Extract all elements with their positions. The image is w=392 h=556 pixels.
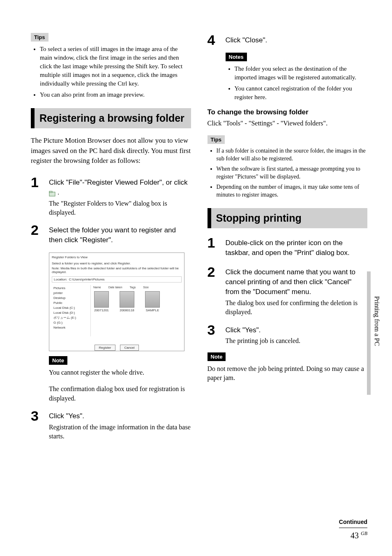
location-label: Location: (54, 278, 67, 281)
tip-item: To select a series of still images in th… (40, 45, 191, 88)
tree-item: Pictures (53, 286, 89, 291)
register-button: Register (95, 345, 116, 351)
location-path: C:\Users\printer\Pictures (69, 278, 104, 281)
notes-label: Notes (226, 53, 247, 61)
col-header: Size (143, 286, 149, 289)
step-action: Select the folder you want to register a… (49, 225, 191, 245)
step-action-text-b: . (58, 188, 60, 196)
step-number: 1 (31, 175, 49, 189)
step-action-text-a: Click "File"-"Register Viewed Folder", o… (49, 178, 187, 186)
tree-item: Public (53, 301, 89, 306)
step-action: Double-click on the printer icon on the … (226, 238, 368, 258)
dialog-title: Register Folders to View (52, 255, 182, 259)
footer-rule (339, 528, 367, 528)
tree-item: G (G:) (53, 320, 89, 325)
note-label: Note (208, 352, 226, 361)
step-4: 4 Click "Close". (208, 33, 368, 47)
register-viewed-folder-icon (49, 190, 55, 195)
step-action: Click "Yes". (226, 325, 368, 335)
page-number: 43 GB (339, 531, 367, 540)
folder-tree: Pictures printer Desktop Public Local Di… (52, 285, 91, 336)
col-header: Date taken (108, 286, 122, 289)
side-tab-label: Printing from a PC (373, 296, 380, 346)
tree-item: Desktop (53, 296, 89, 301)
stop-step-2: 2 Click the document name that you want … (208, 265, 368, 317)
notes-list: The folder you select as the destination… (226, 65, 368, 102)
svg-rect-1 (49, 191, 52, 192)
tree-item: printer (53, 291, 89, 296)
step-number: 3 (208, 323, 226, 337)
subheading-change-folder: To change the browsing folder (208, 108, 368, 116)
step-number: 1 (208, 236, 226, 250)
section-heading-register: Registering a browsing folder (31, 108, 191, 128)
step-number: 2 (208, 265, 226, 279)
tree-item: ボリューム (E:) (53, 315, 89, 320)
tip-item: When the software is first started, a me… (217, 165, 368, 181)
thumb-item: 20080118 (119, 291, 135, 312)
step-1: 1 Click "File"-"Register Viewed Folder",… (31, 175, 191, 217)
step-action: Click the document name that you want to… (226, 267, 368, 297)
step-number: 3 (31, 409, 49, 423)
section-heading-stopping: Stopping printing (208, 208, 368, 228)
tree-item: Local Disk (C:) (53, 306, 89, 310)
step-number: 2 (31, 223, 49, 237)
note-text: Do not remove the job being printed. Doi… (208, 364, 368, 383)
tips-list-right: If a sub folder is contained in the sour… (208, 147, 368, 199)
intro-paragraph: The Picture Motion Browser does not allo… (31, 136, 191, 166)
step-action: Click "Close". (226, 35, 368, 45)
step-number: 4 (208, 33, 226, 47)
note-text: You cannot register the whole drive. (49, 368, 191, 377)
continued-label: Continued (339, 519, 367, 525)
thumb-item: 20071201 (93, 291, 110, 312)
col-header: Tags (130, 286, 136, 289)
thumb-item: SAMPLE (144, 291, 161, 312)
tip-item: Depending on the number of images, it ma… (217, 183, 368, 199)
page-footer: Continued 43 GB (339, 519, 367, 540)
tip-item: You can also print from an image preview… (40, 90, 191, 99)
stop-step-3: 3 Click "Yes". The printing job is cance… (208, 323, 368, 346)
tree-item: Local Disk (D:) (53, 310, 89, 315)
stop-step-1: 1 Double-click on the printer icon on th… (208, 236, 368, 259)
side-tab-bar (367, 271, 371, 395)
page-region: GB (361, 531, 367, 536)
step-action: Click "File"-"Register Viewed Folder", o… (49, 178, 191, 197)
tips-label: Tips (208, 135, 225, 144)
step-3: 3 Click "Yes". Registration of the image… (31, 409, 191, 441)
step-description: Registration of the image information in… (49, 423, 191, 441)
register-folders-dialog-screenshot: Register Folders to View Select a folder… (49, 253, 184, 351)
dialog-instruction: Select a folder you want to register, an… (52, 262, 182, 265)
note-item: The folder you select as the destination… (235, 65, 368, 82)
tip-item: If a sub folder is contained in the sour… (217, 147, 368, 163)
tree-item: Network (53, 325, 89, 330)
step-2: 2 Select the folder you want to register… (31, 223, 191, 247)
dialog-note: Note: Media files in both the selected f… (52, 266, 182, 274)
col-header: Name (93, 286, 101, 289)
cancel-button: Cancel (120, 345, 139, 351)
confirmation-text: The confirmation dialog box used for reg… (49, 385, 191, 403)
step-description: The dialog box used for confirming the d… (226, 299, 368, 317)
thumbs-columns: Name Date taken Tags Size (93, 286, 179, 289)
step-description: The printing job is canceled. (226, 336, 368, 345)
tips-list-left: To select a series of still images in th… (31, 45, 191, 99)
step-action: Click "Yes". (49, 411, 191, 421)
note-label: Note (49, 356, 67, 365)
page-number-value: 43 (350, 531, 359, 540)
step-description: The "Register Folders to View" dialog bo… (49, 199, 191, 218)
subheading-description: Click "Tools" - "Settings" - "Viewed fol… (208, 119, 368, 128)
note-item: You cannot cancel registration of the fo… (235, 84, 368, 102)
tips-label: Tips (31, 33, 48, 42)
